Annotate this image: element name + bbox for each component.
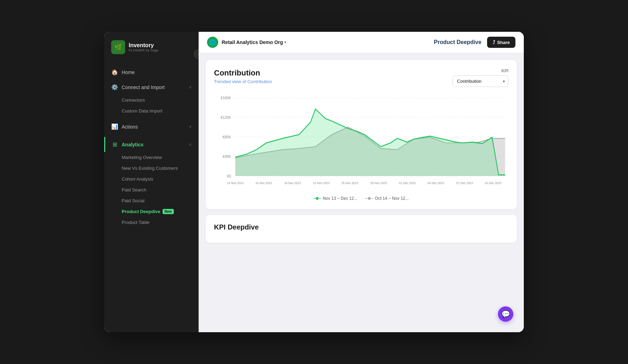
svg-text:€80K: €80K [223, 134, 231, 139]
sidebar-connect-label: Connect and Import [122, 85, 165, 90]
legend-previous-label: Oct 14 – Nov 12... [375, 196, 409, 201]
kpi-deepdive-title: KPI Deepdive [214, 223, 508, 231]
sidebar-item-connectors[interactable]: Connectors [104, 95, 199, 105]
logo-icon: 🌿 [111, 40, 125, 54]
sidebar-item-custom-data[interactable]: Custom Data Import [104, 105, 199, 116]
logo-name: Inventory [129, 42, 159, 49]
sidebar-item-cohort[interactable]: Cohort Analysis [104, 174, 199, 184]
actions-chevron-icon: ∨ [189, 124, 192, 129]
svg-text:€40K: €40K [223, 154, 231, 159]
kpi-select[interactable]: Contribution Revenue Orders AOV Sessions [452, 75, 508, 87]
org-globe-icon: 🌐 [207, 37, 218, 48]
share-label: Share [497, 40, 510, 45]
sidebar-item-marketing-overview[interactable]: Marketing Overview [104, 152, 199, 163]
connect-icon: ⚙️ [111, 84, 118, 90]
analytics-icon: ⊞ [111, 141, 118, 148]
svg-text:16 Nov 2023: 16 Nov 2023 [255, 181, 272, 185]
org-chevron-icon: ▾ [284, 40, 286, 45]
sidebar-nav: 🏠 Home ⚙️ Connect and Import ∧ Connector… [104, 61, 199, 332]
sidebar-item-actions[interactable]: 📊 Actions ∨ [104, 119, 199, 134]
contribution-chart: €160K €120K €80K €40K €0 13 Nov 2023 [214, 94, 508, 192]
kpi-select-wrapper: Contribution Revenue Orders AOV Sessions [452, 75, 508, 87]
sidebar-item-new-vs-existing[interactable]: New Vs Existing Customers [104, 163, 199, 174]
actions-icon: 📊 [111, 123, 118, 130]
chat-bubble-button[interactable]: 💬 [498, 306, 513, 322]
marketing-overview-label: Marketing Overview [122, 155, 162, 160]
new-badge: New [163, 209, 174, 214]
sidebar-item-connect[interactable]: ⚙️ Connect and Import ∧ [104, 80, 199, 95]
share-icon: ⤴ [493, 39, 495, 45]
svg-text:22 Nov 2023: 22 Nov 2023 [313, 181, 330, 185]
share-button[interactable]: ⤴ Share [487, 37, 515, 48]
svg-text:€0: €0 [227, 174, 231, 178]
sidebar-item-product-deepdive[interactable]: Product Deepdive New [104, 206, 199, 217]
content-area: Contribution Trended view of Contributio… [199, 53, 524, 332]
analytics-chevron-icon: ∧ [189, 142, 192, 147]
legend-current: Nov 13 – Dec 12... [314, 196, 357, 201]
svg-text:04 Dec 2023: 04 Dec 2023 [427, 181, 444, 185]
sidebar-analytics-label: Analytics [122, 142, 143, 147]
svg-text:19 Nov 2023: 19 Nov 2023 [284, 181, 301, 185]
legend-current-label: Nov 13 – Dec 12... [323, 196, 357, 201]
svg-text:13 Nov 2023: 13 Nov 2023 [227, 181, 244, 185]
new-vs-existing-label: New Vs Existing Customers [122, 166, 178, 171]
sidebar-item-paid-search[interactable]: Paid Search [104, 184, 199, 195]
card-header: Contribution Trended view of Contributio… [214, 68, 508, 87]
svg-text:25 Nov 2023: 25 Nov 2023 [341, 181, 358, 185]
contribution-card: Contribution Trended view of Contributio… [206, 60, 517, 209]
legend-previous: Oct 14 – Nov 12... [366, 196, 409, 201]
sidebar-item-product-table[interactable]: Product Table [104, 217, 199, 228]
page-title: Product Deepdive [434, 39, 481, 45]
svg-text:€160K: €160K [221, 95, 231, 100]
sidebar-home-label: Home [122, 70, 135, 75]
sidebar-item-paid-social[interactable]: Paid Social [104, 195, 199, 206]
sidebar-actions-label: Actions [122, 124, 138, 130]
sidebar-logo: 🌿 Inventory PLANNER by Sage [104, 32, 199, 61]
svg-text:10 Dec 2023: 10 Dec 2023 [485, 181, 501, 185]
card-header-left: Contribution Trended view of Contributio… [214, 68, 272, 84]
cohort-label: Cohort Analysis [122, 176, 153, 182]
custom-data-label: Custom Data Import [122, 108, 162, 114]
connect-chevron-icon: ∧ [189, 85, 192, 89]
header-right: Product Deepdive ⤴ Share [434, 37, 515, 48]
legend-current-line [314, 198, 321, 199]
connectors-label: Connectors [122, 97, 145, 103]
main-content: 🌐 Retail Analytics Demo Org ▾ Product De… [199, 32, 524, 332]
paid-social-label: Paid Social [122, 198, 144, 203]
paid-search-label: Paid Search [122, 187, 147, 192]
header-left: 🌐 Retail Analytics Demo Org ▾ [207, 37, 286, 48]
logo-text: Inventory PLANNER by Sage [129, 42, 159, 52]
product-table-label: Product Table [122, 220, 149, 225]
sidebar-item-analytics[interactable]: ⊞ Analytics ∧ [104, 137, 199, 152]
org-selector[interactable]: Retail Analytics Demo Org ▾ [222, 39, 286, 45]
svg-text:28 Nov 2023: 28 Nov 2023 [370, 181, 387, 185]
card-title: Contribution [214, 68, 272, 78]
svg-text:07 Dec 2023: 07 Dec 2023 [456, 181, 473, 185]
home-icon: 🏠 [111, 69, 118, 75]
chart-container: €160K €120K €80K €40K €0 13 Nov 2023 [214, 94, 508, 192]
kpi-label: KPI [501, 68, 508, 73]
chart-legend: Nov 13 – Dec 12... Oct 14 – Nov 12... [214, 196, 508, 201]
svg-text:€120K: €120K [221, 115, 231, 119]
header: 🌐 Retail Analytics Demo Org ▾ Product De… [199, 32, 524, 53]
legend-previous-line [366, 198, 373, 199]
kpi-deepdive-card: KPI Deepdive [206, 215, 517, 243]
sidebar: ‹ 🌿 Inventory PLANNER by Sage 🏠 Home ⚙️ … [104, 32, 199, 332]
product-deepdive-label: Product Deepdive [122, 209, 160, 214]
card-subtitle: Trended view of Contribution [214, 79, 272, 84]
sidebar-item-home[interactable]: 🏠 Home [104, 65, 199, 80]
org-name-label: Retail Analytics Demo Org [222, 39, 283, 45]
svg-text:01 Dec 2023: 01 Dec 2023 [399, 181, 416, 185]
kpi-section: KPI Contribution Revenue Orders AOV Sess… [452, 68, 508, 87]
logo-sub: PLANNER by Sage [129, 49, 159, 52]
